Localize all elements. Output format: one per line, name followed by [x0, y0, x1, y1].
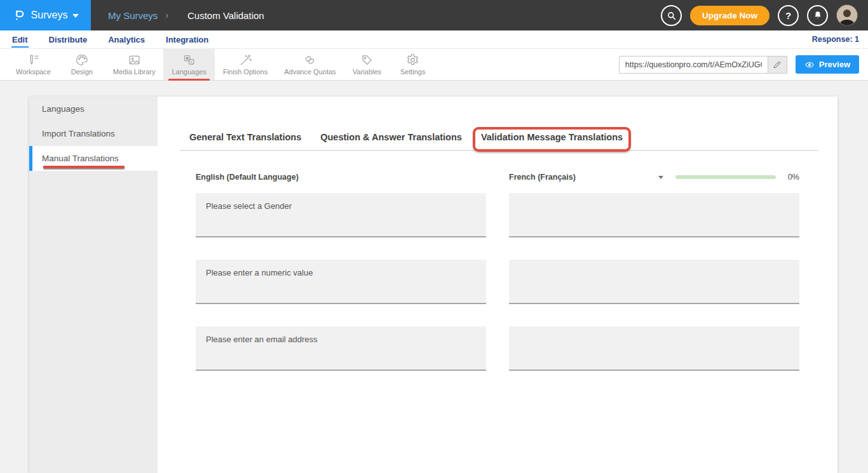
source-language-column: English (Default Language) [196, 173, 486, 182]
breadcrumb: My Surveys › Custom Validation [108, 10, 264, 21]
variables-icon [360, 53, 374, 67]
chevron-down-icon [72, 14, 79, 18]
source-text-gender: Please select a Gender [196, 193, 486, 237]
search-button[interactable] [661, 5, 682, 26]
toolbar-item-variables[interactable]: Variables [344, 49, 390, 80]
response-count[interactable]: Response: 1 [812, 35, 868, 44]
source-text-numeric: Please enter a numeric value [196, 260, 486, 304]
preview-label: Preview [819, 60, 850, 69]
question-mark-icon: ? [785, 10, 791, 21]
edit-url-button[interactable] [768, 56, 787, 74]
tab-edit[interactable]: Edit [11, 34, 29, 46]
languages-icon: A [182, 53, 196, 67]
settings-icon [406, 53, 419, 67]
product-switcher[interactable]: Surveys [0, 0, 91, 30]
svg-text:A: A [191, 60, 193, 64]
breadcrumb-separator: › [165, 10, 168, 20]
translation-tabs: General Text Translations Question & Ans… [180, 124, 818, 151]
language-header-row: English (Default Language) French (Franç… [196, 173, 799, 182]
target-language-select[interactable]: French (Français) [509, 173, 663, 182]
tab-label: Question & Answer Translations [320, 132, 462, 142]
sidebar-item-label: Import Translations [42, 129, 115, 138]
workspace-icon [27, 53, 40, 67]
translation-editor: English (Default Language) French (Franç… [180, 151, 818, 371]
toolbar-item-label: Settings [400, 68, 426, 76]
upgrade-now-button[interactable]: Upgrade Now [690, 6, 770, 25]
survey-url-group [619, 56, 787, 74]
toolbar-right: Preview [619, 49, 868, 80]
toolbar-item-label: Finish Options [223, 68, 268, 76]
media-library-icon [128, 53, 141, 67]
sidebar-item-manual-translations[interactable]: Manual Translations [29, 146, 158, 171]
survey-nav: Edit Distribute Analytics Integration Re… [0, 30, 868, 49]
toolbar-item-label: Languages [172, 68, 206, 76]
toolbar-item-advance-quotas[interactable]: Advance Quotas [276, 49, 344, 80]
help-button[interactable]: ? [778, 5, 799, 26]
topbar: Surveys My Surveys › Custom Validation U… [0, 0, 868, 30]
translation-progress-bar [675, 175, 776, 179]
toolbar-item-media-library[interactable]: Media Library [105, 49, 164, 80]
tab-integration[interactable]: Integration [165, 34, 209, 46]
tab-label: General Text Translations [189, 132, 301, 142]
eye-icon [804, 60, 815, 70]
topbar-actions: Upgrade Now ? [661, 4, 868, 26]
toolbar-item-languages[interactable]: A Languages [163, 49, 214, 80]
active-tab-indicator [478, 149, 626, 151]
target-text-gender[interactable] [509, 193, 799, 237]
sidebar-item-import-translations[interactable]: Import Translations [29, 121, 158, 146]
questionpro-logo-icon [12, 8, 26, 22]
target-language-column: French (Français) 0% [509, 173, 799, 182]
tab-analytics[interactable]: Analytics [107, 34, 146, 46]
source-text-email: Please enter an email address [196, 326, 486, 371]
tab-distribute[interactable]: Distribute [48, 34, 88, 46]
breadcrumb-my-surveys[interactable]: My Surveys [108, 10, 158, 21]
finish-options-icon [239, 53, 252, 67]
chevron-down-icon [658, 176, 663, 179]
sidebar-item-label: Manual Translations [42, 154, 119, 163]
toolbar-item-label: Media Library [113, 68, 156, 76]
translation-row: Please enter a numeric value [196, 260, 799, 304]
translation-progress-percent: 0% [788, 173, 799, 182]
sidebar-item-label: Languages [42, 104, 85, 114]
toolbar-item-workspace[interactable]: Workspace [8, 49, 59, 80]
tab-label: Validation Message Translations [481, 132, 623, 142]
user-avatar[interactable] [836, 4, 858, 26]
languages-card: Languages Import Translations Manual Tra… [29, 97, 837, 473]
toolbar-item-label: Design [71, 68, 93, 76]
tab-validation-message-translations[interactable]: Validation Message Translations [471, 124, 632, 150]
toolbar-item-label: Variables [353, 68, 381, 76]
bell-icon [813, 10, 823, 20]
content-area: Languages Import Translations Manual Tra… [0, 81, 868, 473]
translation-row: Please enter an email address [196, 326, 799, 371]
target-text-numeric[interactable] [509, 260, 799, 304]
annotation-underline-manual-translations [43, 166, 125, 168]
target-text-email[interactable] [509, 326, 799, 371]
toolbar-item-finish-options[interactable]: Finish Options [215, 49, 276, 80]
notifications-button[interactable] [807, 5, 828, 26]
edit-toolbar: Workspace Design Media Library [0, 49, 868, 81]
search-icon [666, 10, 677, 21]
source-language-label: English (Default Language) [196, 173, 299, 182]
toolbar-item-design[interactable]: Design [59, 49, 105, 80]
survey-url-input[interactable] [619, 56, 768, 74]
toolbar-item-settings[interactable]: Settings [390, 49, 436, 80]
design-icon [75, 53, 88, 67]
translations-panel: General Text Translations Question & Ans… [158, 97, 837, 473]
pencil-icon [773, 60, 782, 69]
preview-button[interactable]: Preview [796, 55, 859, 74]
languages-sidebar: Languages Import Translations Manual Tra… [29, 97, 158, 473]
translation-row: Please select a Gender [196, 193, 799, 237]
target-language-value: French (Français) [509, 173, 576, 182]
tab-general-text-translations[interactable]: General Text Translations [180, 124, 311, 150]
advance-quotas-icon [303, 53, 316, 67]
tab-question-answer-translations[interactable]: Question & Answer Translations [311, 124, 471, 150]
toolbar-item-label: Advance Quotas [284, 68, 336, 76]
sidebar-item-languages[interactable]: Languages [29, 97, 158, 121]
breadcrumb-current-survey: Custom Validation [187, 10, 264, 21]
toolbar-item-label: Workspace [16, 68, 51, 76]
product-name: Surveys [31, 10, 68, 21]
